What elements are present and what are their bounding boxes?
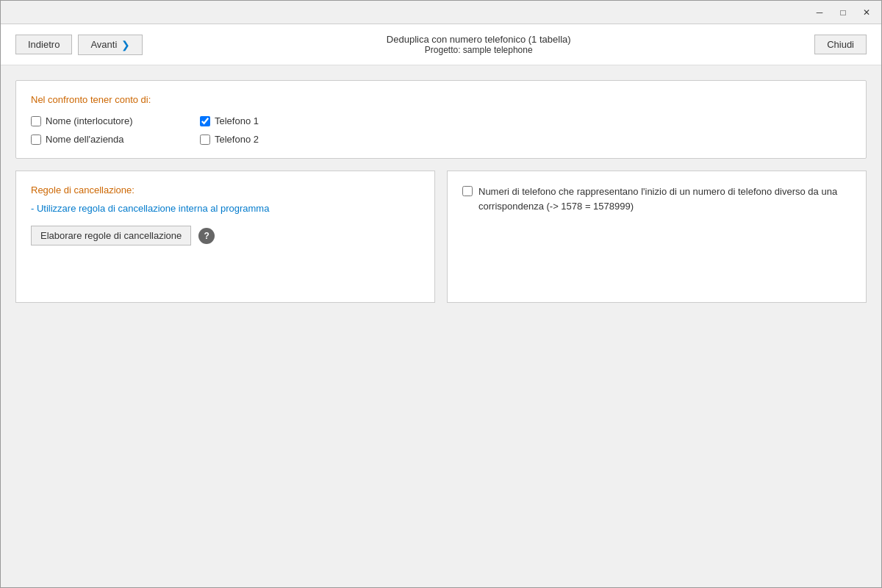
back-button[interactable]: Indietro: [15, 35, 72, 54]
maximize-button[interactable]: □: [831, 4, 855, 21]
next-button[interactable]: Avanti ❯: [78, 35, 143, 55]
content-area: Nel confronto tener conto di: Nome (inte…: [1, 65, 881, 587]
chiudi-button[interactable]: Chiudi: [814, 35, 867, 54]
checkbox-telefono2-item[interactable]: Telefono 2: [200, 134, 362, 145]
sub-title: Progetto: sample telephone: [143, 45, 814, 55]
nav-buttons: Indietro Avanti ❯: [15, 35, 143, 55]
deletion-rules-panel: Regole di cancellazione: - Utilizzare re…: [15, 171, 435, 303]
checkbox-telefono1[interactable]: [200, 116, 210, 126]
next-button-label: Avanti: [90, 39, 117, 50]
header: Indietro Avanti ❯ Deduplica con numero t…: [1, 24, 881, 65]
checkbox-telefono2[interactable]: [200, 135, 210, 145]
deletion-rules-title: Regole di cancellazione:: [31, 184, 420, 196]
checkbox-telefono1-item[interactable]: Telefono 1: [200, 115, 362, 126]
minimize-button[interactable]: ─: [808, 4, 831, 21]
checkbox-telefono2-label: Telefono 2: [215, 134, 259, 145]
header-title-block: Deduplica con numero telefonico (1 tabel…: [143, 34, 814, 55]
main-window: ─ □ ✕ Indietro Avanti ❯ Deduplica con nu…: [0, 0, 882, 588]
close-window-button[interactable]: ✕: [855, 4, 878, 21]
elaborate-button[interactable]: Elaborare regole di cancellazione: [31, 226, 191, 245]
title-bar: ─ □ ✕: [1, 1, 881, 24]
bottom-panels: Regole di cancellazione: - Utilizzare re…: [15, 171, 867, 303]
checkbox-nome[interactable]: [31, 116, 41, 126]
help-icon[interactable]: ?: [198, 228, 215, 244]
deletion-rule-text: - Utilizzare regola di cancellazione int…: [31, 203, 420, 214]
next-arrow: ❯: [121, 39, 130, 51]
checkbox-nome-azienda-label: Nome dell'azienda: [46, 134, 124, 145]
phone-numbers-checkbox[interactable]: [462, 186, 473, 196]
checkboxes-grid: Nome (interlocutore) Telefono 1 Nome del…: [31, 115, 851, 145]
phone-desc: Numeri di telefono che rappresentano l'i…: [462, 184, 851, 213]
checkbox-nome-azienda[interactable]: [31, 135, 41, 145]
phone-numbers-panel: Numeri di telefono che rappresentano l'i…: [447, 171, 867, 303]
checkbox-telefono1-label: Telefono 1: [215, 115, 259, 126]
checkbox-nome-azienda-item[interactable]: Nome dell'azienda: [31, 134, 193, 145]
elaborate-row: Elaborare regole di cancellazione ?: [31, 226, 420, 245]
comparison-section: Nel confronto tener conto di: Nome (inte…: [15, 80, 867, 159]
phone-numbers-text: Numeri di telefono che rappresentano l'i…: [478, 184, 851, 213]
comparison-title: Nel confronto tener conto di:: [31, 94, 851, 105]
main-title: Deduplica con numero telefonico (1 tabel…: [143, 34, 814, 45]
checkbox-nome-item[interactable]: Nome (interlocutore): [31, 115, 193, 126]
checkbox-nome-label: Nome (interlocutore): [46, 115, 133, 126]
